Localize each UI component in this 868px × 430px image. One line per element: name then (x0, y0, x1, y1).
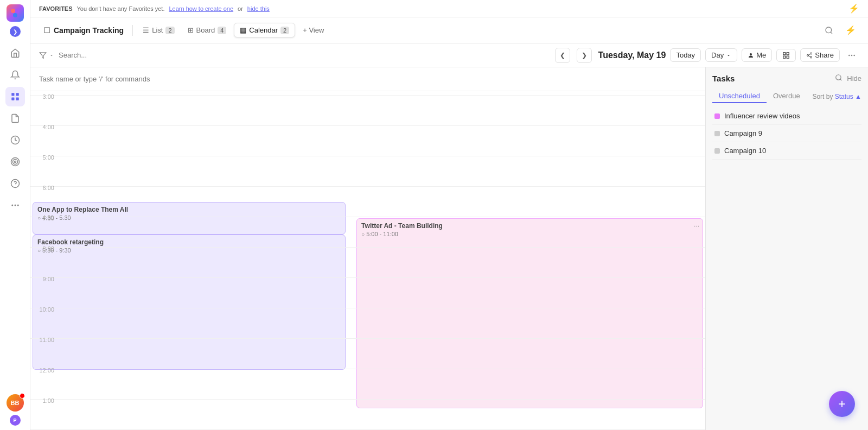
task-name-input[interactable] (39, 75, 697, 83)
current-date: Tuesday, May 19 (598, 50, 666, 60)
svg-rect-3 (11, 93, 14, 96)
tab-board[interactable]: ⊞ Board 4 (182, 23, 232, 37)
page-title[interactable]: ☐ Campaign Tracking (39, 24, 128, 37)
task-name: Influencer review videos (724, 112, 800, 120)
svg-rect-23 (787, 56, 789, 58)
task-color-indicator (714, 131, 720, 136)
sidebar-item-goals[interactable] (5, 152, 25, 172)
app-logo[interactable] (7, 4, 24, 22)
sidebar-item-home[interactable] (5, 43, 25, 63)
collapse-button[interactable]: ❯ (10, 26, 21, 37)
task-item-t2[interactable]: Campaign 9 (712, 125, 861, 142)
main-content: FAVORITES You don't have any Favorites y… (30, 0, 868, 430)
svg-marker-18 (40, 52, 46, 58)
svg-point-1 (15, 9, 20, 13)
sidebar-item-more[interactable] (5, 195, 25, 215)
add-view-button[interactable]: + View (297, 23, 329, 37)
svg-point-13 (11, 205, 13, 206)
time-row: 7:00 (30, 217, 705, 248)
sidebar-item-pulse[interactable] (5, 130, 25, 150)
svg-point-31 (853, 54, 855, 56)
day-selector[interactable]: Day (705, 48, 737, 62)
svg-rect-6 (16, 98, 18, 100)
tab-calendar[interactable]: ▦ Calendar 2 (234, 23, 295, 37)
sort-value[interactable]: Status ▲ (835, 93, 861, 100)
share-icon (806, 52, 813, 59)
sidebar-item-spaces[interactable] (5, 87, 25, 106)
time-label: 1:00 (30, 395, 59, 404)
more-options-button[interactable] (844, 48, 859, 63)
time-row: 1:00 (30, 400, 705, 430)
tasks-tabs: Unscheduled Overdue Sort by Status ▲ (712, 90, 861, 103)
day-selector-chevron (726, 53, 731, 58)
tab-list-badge: 2 (165, 27, 174, 34)
share-button[interactable]: Share (800, 48, 840, 62)
filter-button[interactable] (39, 52, 54, 59)
task-name: Campaign 10 (724, 147, 766, 155)
group-button[interactable] (776, 49, 796, 62)
search-input[interactable] (59, 51, 167, 59)
tasks-search-icon[interactable] (835, 74, 843, 83)
me-button[interactable]: Me (742, 48, 772, 62)
lightning-button[interactable]: ⚡ (842, 22, 859, 39)
time-row: 9:00 (30, 278, 705, 308)
time-grid[interactable]: One App to Replace Them All ○ 4:30 - 5:3… (30, 67, 705, 430)
task-item-t1[interactable]: Influencer review videos (712, 108, 861, 125)
search-button[interactable] (820, 22, 838, 39)
time-row: 8:00 (30, 248, 705, 278)
lightning-icon[interactable]: ⚡ (848, 3, 859, 14)
avatar[interactable]: BB (7, 394, 24, 412)
tab-calendar-label: Calendar (249, 26, 278, 34)
task-input-row (30, 67, 705, 91)
svg-point-29 (848, 54, 850, 56)
tab-overdue[interactable]: Overdue (767, 90, 807, 103)
right-panel: Tasks Hide Unscheduled Overdue Sort by S… (705, 67, 868, 430)
today-button[interactable]: Today (670, 48, 701, 62)
svg-rect-20 (783, 52, 786, 54)
svg-point-24 (810, 53, 812, 54)
svg-point-32 (836, 75, 841, 80)
time-rows: One App to Replace Them All ○ 4:30 - 5:3… (30, 67, 705, 430)
svg-rect-5 (11, 98, 14, 100)
tab-list[interactable]: ☰ List 2 (137, 23, 180, 37)
tasks-hide-button[interactable]: Hide (847, 74, 861, 83)
time-row: 12:00 (30, 369, 705, 400)
tab-bar: ☐ Campaign Tracking ☰ List 2 ⊞ Board 4 ▦… (30, 17, 868, 43)
time-label: 4:00 (30, 122, 59, 130)
avatar-sub[interactable]: P (10, 415, 21, 426)
time-label: 5:00 (30, 152, 59, 161)
add-view-label: + View (303, 26, 324, 34)
favorites-message: You don't have any Favorites yet. (77, 5, 165, 12)
svg-line-33 (840, 79, 842, 81)
sidebar-item-docs[interactable] (5, 109, 25, 128)
time-label: 9:00 (30, 274, 59, 282)
favorites-hide-link[interactable]: hide this (247, 5, 270, 12)
tab-unscheduled[interactable]: Unscheduled (712, 90, 767, 103)
sidebar-item-notifications[interactable] (5, 65, 25, 85)
favorites-learn-link[interactable]: Learn how to create one (169, 5, 233, 12)
svg-line-17 (831, 32, 832, 34)
notification-badge (20, 393, 25, 399)
time-label: 10:00 (30, 304, 59, 313)
svg-point-25 (807, 54, 809, 56)
prev-date-button[interactable]: ❮ (555, 48, 570, 63)
tab-calendar-icon: ▦ (240, 26, 246, 34)
svg-point-26 (810, 56, 812, 58)
page-title-text: Campaign Tracking (54, 26, 124, 35)
task-item-t3[interactable]: Campaign 10 (712, 142, 861, 160)
tab-list-icon: ☰ (143, 26, 149, 34)
svg-point-15 (17, 205, 18, 206)
favorites-or: or (238, 5, 243, 12)
fab-button[interactable]: + (829, 391, 855, 417)
svg-point-10 (14, 161, 16, 163)
svg-point-2 (13, 13, 17, 17)
svg-point-16 (826, 27, 832, 33)
sidebar-item-help[interactable] (5, 174, 25, 193)
favorites-bar: FAVORITES You don't have any Favorites y… (30, 0, 868, 17)
tab-divider (132, 25, 133, 36)
time-row: 10:00 (30, 308, 705, 339)
group-icon (782, 52, 790, 59)
next-date-button[interactable]: ❯ (577, 48, 592, 63)
svg-point-9 (12, 160, 17, 165)
task-color-indicator (714, 148, 720, 154)
